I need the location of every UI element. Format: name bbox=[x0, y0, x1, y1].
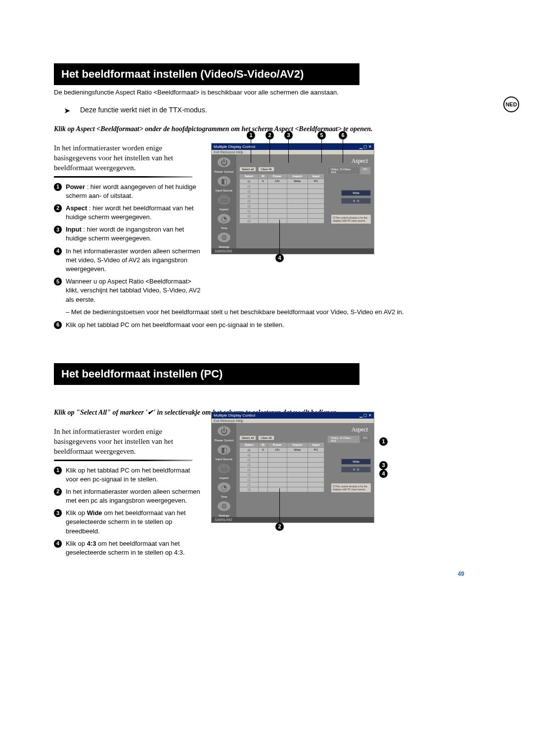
s2-item3-bold: Wide bbox=[87, 509, 102, 517]
callout-line-4 bbox=[279, 220, 280, 254]
clear-all-button[interactable]: Clear All bbox=[258, 167, 274, 172]
item6-text: Klik op het tabblad PC om het beeldforma… bbox=[66, 321, 284, 330]
ss2-cell-id: 0 bbox=[259, 447, 268, 452]
divider bbox=[54, 176, 192, 178]
table-row[interactable]: ☑0ONWidePC bbox=[240, 179, 324, 184]
table-row: ☐ bbox=[240, 462, 324, 467]
clear-all-button[interactable]: Clear All bbox=[258, 435, 274, 440]
ss-side-label-0: Power Control bbox=[215, 170, 233, 173]
divider-2 bbox=[54, 460, 192, 461]
bullet-3: 3 bbox=[54, 226, 62, 234]
table-row: ☐ bbox=[240, 472, 324, 477]
s2-item4-pre: Klik op bbox=[66, 540, 87, 547]
s2-callout-1: 1 bbox=[379, 437, 388, 446]
th-power: Power bbox=[267, 174, 287, 179]
table-row: ☐ bbox=[240, 203, 324, 208]
ss2-cell-input: PC bbox=[308, 447, 324, 452]
section1-list: 1Power : hier wordt aangegeven of het hu… bbox=[54, 183, 202, 304]
s2-callout-3: 3 bbox=[379, 461, 388, 470]
option-wide[interactable]: Wide bbox=[341, 190, 371, 196]
bullet-1: 1 bbox=[54, 183, 62, 191]
s2-bullet-2: 2 bbox=[54, 488, 62, 496]
input-source-icon: ◧ bbox=[218, 176, 230, 186]
callout-1: 1 bbox=[247, 131, 255, 140]
option-4-3[interactable]: 4 : 3 bbox=[341, 198, 371, 204]
settings-icon: ⚙ bbox=[218, 233, 230, 242]
table-row: ☐ bbox=[240, 208, 324, 213]
item5-text: Wanneer u op Aspect Ratio <Beeldformaat>… bbox=[66, 277, 202, 304]
screenshot-1: Multiple Display Control▁ ▢ ✕ Exit Remoc… bbox=[211, 143, 374, 254]
ss-side-label-3: Time bbox=[221, 227, 227, 230]
select-all-button[interactable]: Select all bbox=[239, 435, 256, 440]
ss-titlebar: Multiple Display Control▁ ▢ ✕ bbox=[212, 143, 374, 150]
input-source-icon: ◧ bbox=[218, 445, 230, 455]
ss2-cell-select[interactable]: ☑ bbox=[240, 447, 259, 452]
item3-bold: Input bbox=[66, 226, 82, 233]
cell-select[interactable]: ☑ bbox=[240, 179, 259, 184]
ss2-side-label-4: Settings bbox=[219, 514, 229, 517]
s2-callout-line-2 bbox=[279, 488, 280, 523]
cell-aspect: Wide bbox=[287, 179, 308, 184]
ss2-disclaimer: ☑ This control window is for the display… bbox=[331, 483, 371, 492]
section1-title: Het beeldformaat instellen (Video/S-Vide… bbox=[54, 63, 359, 85]
section1-intro: De bedieningsfunctie Aspect Ratio <Beeld… bbox=[54, 88, 464, 97]
screenshot1-wrapper: 1 2 3 5 6 4 Multiple Display Control▁ ▢ … bbox=[211, 143, 464, 254]
ss2-th-aspect: Aspect bbox=[287, 442, 308, 447]
item1-text: : hier wordt aangegeven of het huidige s… bbox=[66, 183, 196, 199]
ss2-window-buttons: ▁ ▢ ✕ bbox=[359, 413, 372, 418]
ss2-cell-power: ON bbox=[267, 447, 287, 452]
item4-text: In het informatieraster worden alleen sc… bbox=[66, 247, 202, 274]
s2-callout-2: 2 bbox=[275, 522, 284, 531]
ss2-side-label-3: Time bbox=[221, 495, 227, 498]
ss2-side-label-1: Input Source bbox=[216, 458, 232, 461]
ss-window-buttons: ▁ ▢ ✕ bbox=[359, 144, 372, 149]
title-underline-2 bbox=[54, 384, 359, 385]
ss-side-label-1: Input Source bbox=[216, 189, 232, 192]
table-row: ☐ bbox=[240, 452, 324, 457]
s2-bullet-3: 3 bbox=[54, 509, 62, 517]
ss2-tab-row: Video, S-Video, AV2 PC bbox=[327, 435, 371, 443]
th-input: Input bbox=[308, 174, 324, 179]
cell-power: ON bbox=[267, 179, 287, 184]
tab-video[interactable]: Video, S-Video, AV2 bbox=[327, 435, 360, 443]
section2-serif-para: In het informatieraster worden enige bas… bbox=[54, 426, 202, 457]
s2-bullet-4: 4 bbox=[54, 540, 62, 548]
time-icon: ◔ bbox=[218, 214, 230, 224]
section1-item6: 6 Klik op het tabblad PC om het beeldfor… bbox=[54, 321, 464, 330]
option-4-3[interactable]: 4 : 3 bbox=[341, 467, 371, 472]
ss-side-label-2: Aspect bbox=[220, 208, 228, 211]
ss-sidebar: ⏻Power Control ◧Input Source ▭Aspect ◔Ti… bbox=[212, 154, 236, 248]
table-row: ☐ bbox=[240, 487, 324, 492]
s2-item2-text: In het informatieraster worden alleen sc… bbox=[66, 487, 202, 505]
screenshot-2: Multiple Display Control▁ ▢ ✕ Exit Remoc… bbox=[211, 412, 374, 523]
page-number: 49 bbox=[54, 570, 464, 577]
ss-window-title: Multiple Display Control bbox=[214, 144, 255, 149]
option-wide[interactable]: Wide bbox=[341, 459, 371, 465]
ss2-window-title: Multiple Display Control bbox=[214, 413, 255, 418]
ss-disclaimer: ☑ This control window is for the display… bbox=[331, 215, 371, 224]
select-all-button[interactable]: Select all bbox=[239, 167, 256, 172]
bullet-4: 4 bbox=[54, 247, 62, 255]
language-badge: NED bbox=[503, 96, 519, 112]
info-grid-table: SelectIDPowerAspectInput ☑0ONWidePC ☐ ☐ … bbox=[239, 174, 324, 224]
tab-video[interactable]: Video, S-Video, AV2 bbox=[327, 167, 360, 175]
ss2-cell-aspect: Wide bbox=[287, 447, 308, 452]
section1-serif-para: In het informatieraster worden enige bas… bbox=[54, 143, 202, 173]
s2-item4-bold: 4:3 bbox=[87, 540, 96, 547]
s2-bullet-1: 1 bbox=[54, 467, 62, 474]
s2-callout-4: 4 bbox=[379, 470, 388, 478]
callout-line-3 bbox=[288, 140, 289, 163]
ss2-side-label-0: Power Control bbox=[215, 439, 233, 442]
table-row: ☐ bbox=[240, 482, 324, 487]
tab-pc[interactable]: PC bbox=[360, 167, 371, 175]
ss-menu: Exit Remocon Help bbox=[212, 150, 374, 154]
screenshot2-wrapper: 1 3 4 2 Multiple Display Control▁ ▢ ✕ Ex… bbox=[211, 412, 464, 523]
ss2-menu: Exit Remocon Help bbox=[212, 419, 374, 423]
power-control-icon: ⏻ bbox=[218, 157, 230, 167]
table-row: ☐ bbox=[240, 218, 324, 223]
tab-pc[interactable]: PC bbox=[360, 435, 371, 443]
callout-2: 2 bbox=[266, 131, 274, 140]
table-row: ☐ bbox=[240, 193, 324, 198]
table-row[interactable]: ☑0ONWidePC bbox=[240, 447, 324, 452]
callout-line-6 bbox=[343, 140, 343, 163]
